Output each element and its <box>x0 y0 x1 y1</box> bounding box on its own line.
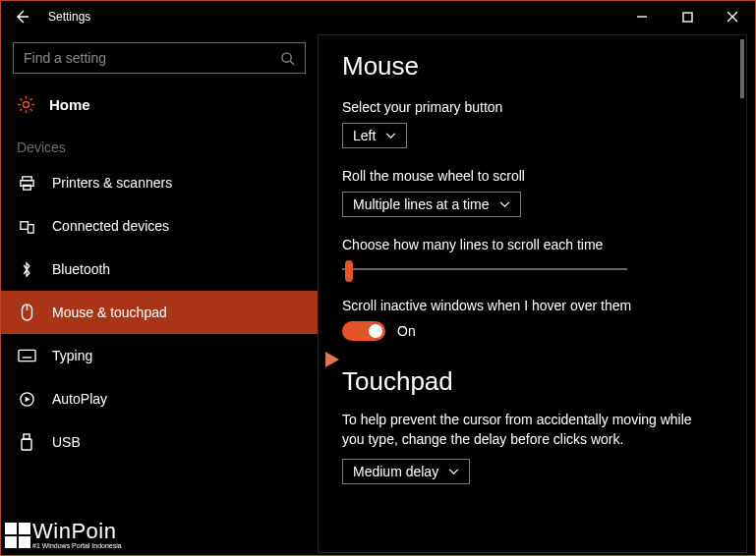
sidebar-item-printers[interactable]: Printers & scanners <box>1 161 318 204</box>
main-panel: Mouse Select your primary button Left Ro… <box>318 34 747 553</box>
gear-icon <box>17 95 35 114</box>
watermark-subtitle: #1 Windows Portal Indonesia <box>32 542 122 549</box>
svg-rect-6 <box>20 221 28 229</box>
sidebar-item-label: Mouse & touchpad <box>52 305 167 320</box>
search-input[interactable]: Find a setting <box>13 42 306 74</box>
sidebar-item-mouse-touchpad[interactable]: Mouse & touchpad <box>1 291 318 334</box>
sidebar-item-bluetooth[interactable]: Bluetooth <box>1 248 318 291</box>
sidebar-section-label: Devices <box>1 122 318 161</box>
toggle-knob <box>369 324 382 338</box>
search-icon <box>280 51 295 66</box>
primary-button-label: Select your primary button <box>342 99 723 115</box>
touchpad-delay-dropdown[interactable]: Medium delay <box>342 459 470 484</box>
sidebar-item-label: Typing <box>52 348 92 363</box>
search-placeholder: Find a setting <box>24 50 280 66</box>
printer-icon <box>17 175 36 192</box>
page-heading-touchpad: Touchpad <box>342 366 723 397</box>
arrow-left-icon <box>14 9 29 25</box>
chevron-down-icon <box>448 469 459 475</box>
back-button[interactable] <box>1 9 42 25</box>
maximize-button[interactable] <box>665 1 710 32</box>
lines-scroll-label: Choose how many lines to scroll each tim… <box>342 237 723 252</box>
inactive-windows-label: Scroll inactive windows when I hover ove… <box>342 298 723 313</box>
dropdown-value: Left <box>353 128 376 143</box>
watermark: WinPoin #1 Windows Portal Indonesia <box>5 521 122 549</box>
dropdown-value: Medium delay <box>353 464 438 479</box>
scrollbar[interactable] <box>740 39 744 98</box>
sidebar-item-label: USB <box>52 434 81 450</box>
inactive-windows-toggle[interactable] <box>342 321 385 341</box>
sidebar-item-label: Printers & scanners <box>52 175 172 191</box>
touchpad-description: To help prevent the cursor from accident… <box>342 411 706 449</box>
toggle-state-text: On <box>397 323 416 339</box>
chevron-down-icon <box>499 201 510 208</box>
nav-home[interactable]: Home <box>1 87 318 122</box>
chevron-down-icon <box>385 133 396 139</box>
page-heading-mouse: Mouse <box>342 51 723 82</box>
svg-point-2 <box>23 101 29 107</box>
svg-rect-0 <box>683 13 692 22</box>
primary-button-dropdown[interactable]: Left <box>342 123 407 148</box>
autoplay-icon <box>17 391 36 408</box>
scroll-wheel-label: Roll the mouse wheel to scroll <box>342 168 723 184</box>
maximize-icon <box>682 12 693 23</box>
minimize-button[interactable] <box>619 1 665 32</box>
minimize-icon <box>636 11 648 23</box>
sidebar-item-connected-devices[interactable]: Connected devices <box>1 204 318 248</box>
sidebar-item-label: Connected devices <box>52 218 169 234</box>
connected-devices-icon <box>17 218 36 235</box>
window-controls <box>619 1 755 32</box>
mouse-icon <box>17 304 36 321</box>
svg-point-1 <box>282 52 291 61</box>
usb-icon <box>17 433 36 451</box>
sidebar-item-label: AutoPlay <box>52 391 107 407</box>
window-title: Settings <box>42 10 619 24</box>
sidebar: Find a setting Home Devices Printers & s… <box>1 32 318 555</box>
windows-logo-icon <box>5 523 30 548</box>
svg-rect-19 <box>22 439 31 450</box>
watermark-title: WinPoin <box>32 521 122 542</box>
dropdown-value: Multiple lines at a time <box>353 196 490 212</box>
sidebar-item-typing[interactable]: Typing <box>1 334 318 377</box>
lines-scroll-slider[interactable] <box>342 260 627 278</box>
slider-thumb[interactable] <box>345 260 353 282</box>
slider-track <box>342 268 627 270</box>
svg-rect-18 <box>24 434 29 439</box>
bluetooth-icon <box>17 261 36 278</box>
keyboard-icon <box>17 349 36 362</box>
sidebar-item-label: Bluetooth <box>52 261 110 277</box>
svg-rect-7 <box>28 224 33 233</box>
svg-rect-10 <box>18 350 34 361</box>
close-icon <box>727 11 738 23</box>
scroll-wheel-dropdown[interactable]: Multiple lines at a time <box>342 192 521 217</box>
close-button[interactable] <box>710 1 755 32</box>
annotation-arrow <box>298 349 339 370</box>
sidebar-item-autoplay[interactable]: AutoPlay <box>1 377 318 420</box>
titlebar: Settings <box>1 1 755 32</box>
sidebar-item-usb[interactable]: USB <box>1 420 318 464</box>
nav-home-label: Home <box>49 96 90 113</box>
